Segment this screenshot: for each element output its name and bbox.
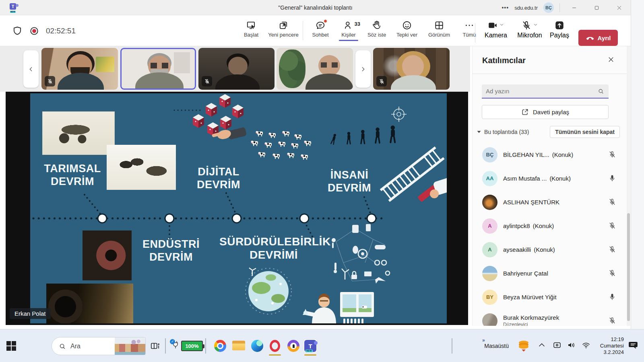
taskbar-app-opera[interactable] bbox=[268, 339, 282, 353]
windows-logo-icon bbox=[6, 340, 17, 352]
video-tile[interactable] bbox=[198, 48, 275, 90]
chat-button[interactable]: Sohbet bbox=[308, 19, 333, 38]
participant-row[interactable]: Burak Korkmazyürek Düzenleyici bbox=[473, 309, 627, 326]
mic-off-icon[interactable] bbox=[608, 198, 617, 207]
start-button[interactable] bbox=[6, 329, 17, 362]
maximize-button[interactable] bbox=[588, 0, 605, 15]
show-hidden-icons-chevron[interactable] bbox=[537, 340, 547, 352]
start-share-button[interactable]: Başlat bbox=[237, 19, 266, 38]
slide-artwork bbox=[30, 93, 447, 323]
panel-close-button[interactable] bbox=[607, 56, 616, 65]
mic-off-icon[interactable] bbox=[608, 317, 617, 325]
taskbar-clock[interactable]: 12:19 Cumartesi 3.2.2024 bbox=[596, 336, 624, 356]
minimize-button[interactable] bbox=[566, 0, 582, 15]
taskbar-search[interactable] bbox=[52, 337, 146, 355]
search-highlight-image[interactable] bbox=[115, 337, 145, 355]
participants-list: BÇ BİLGEHAN YIL... (Konuk) AA Asım Musta… bbox=[473, 143, 627, 326]
mic-off-icon bbox=[521, 20, 532, 31]
slide-label-endustri: ENDÜSTRİDEVRİM bbox=[131, 238, 211, 264]
participant-row[interactable]: ASLIHAN ŞENTÜRK bbox=[473, 190, 627, 214]
teams-window: T NEW "General" kanalındaki toplantı •••… bbox=[0, 0, 631, 329]
window-menu-button[interactable]: ••• bbox=[502, 4, 509, 11]
speaker-icon[interactable] bbox=[567, 340, 576, 352]
teams-new-badge: NEW bbox=[10, 11, 16, 13]
taskbar-divider bbox=[205, 338, 206, 354]
taskbar-app-browser-shield[interactable] bbox=[287, 339, 300, 353]
participant-row[interactable]: A aylintpck8 (Konuk) bbox=[473, 214, 627, 238]
mic-options-chevron[interactable] bbox=[533, 22, 538, 29]
participant-row[interactable]: BÇ BİLGEHAN YIL... (Konuk) bbox=[473, 143, 627, 167]
close-button[interactable] bbox=[611, 0, 627, 15]
search-icon bbox=[597, 88, 605, 95]
screen-cast-icon[interactable] bbox=[552, 340, 562, 352]
account-avatar[interactable]: BÇ bbox=[543, 2, 554, 13]
share-invite-button[interactable]: Daveti paylaş bbox=[482, 105, 609, 119]
wifi-icon[interactable] bbox=[581, 340, 591, 352]
grid-view-icon bbox=[434, 20, 444, 31]
taskbar-search-input[interactable] bbox=[70, 343, 115, 350]
notification-center-icon[interactable] bbox=[628, 340, 638, 352]
participant-row[interactable]: A ayseaakilli (Konuk) bbox=[473, 238, 627, 261]
participants-search-input[interactable] bbox=[482, 88, 597, 95]
avatar: AA bbox=[482, 171, 497, 186]
battery-widget[interactable]: ✓ 100% bbox=[171, 340, 203, 352]
taskbar-app-chrome[interactable] bbox=[213, 339, 227, 353]
share-screen-icon bbox=[554, 20, 565, 31]
chevron-left-icon bbox=[28, 66, 34, 72]
strip-next-button[interactable] bbox=[355, 50, 371, 88]
camera-button[interactable]: Kamera bbox=[480, 19, 512, 39]
new-window-button[interactable]: Yeni pencere bbox=[269, 19, 298, 38]
mute-all-button[interactable]: Tümünün sesini kapat bbox=[550, 126, 620, 138]
taskbar-app-teams[interactable]: TNEW bbox=[303, 339, 317, 353]
raise-hand-button[interactable]: Söz iste bbox=[364, 19, 389, 38]
video-tile-active-speaker[interactable] bbox=[120, 48, 196, 90]
hangup-icon bbox=[586, 33, 594, 42]
leave-button[interactable]: Ayrıl bbox=[578, 30, 618, 46]
camera-options-chevron[interactable] bbox=[499, 22, 504, 29]
mic-button[interactable]: Mikrofon bbox=[514, 19, 546, 39]
task-view-button[interactable] bbox=[150, 329, 160, 362]
share-button[interactable]: Paylaş bbox=[547, 19, 572, 39]
present-screen-icon bbox=[246, 20, 256, 31]
participant-row[interactable]: Bahriyenur Çatal bbox=[473, 261, 627, 285]
teams-icon: TNEW bbox=[304, 340, 316, 352]
mic-off-icon[interactable] bbox=[608, 245, 617, 254]
mic-on-icon[interactable] bbox=[608, 174, 617, 183]
shared-screen-region: TARIMSALDEVRİM DİJİTALDEVRİM İNSANİDEVRİ… bbox=[6, 92, 468, 325]
chrome-icon bbox=[214, 340, 226, 352]
strip-prev-button[interactable] bbox=[23, 50, 39, 88]
more-button[interactable]: Tümü bbox=[457, 19, 482, 38]
people-active-underline bbox=[339, 40, 358, 41]
chevron-right-icon bbox=[360, 66, 366, 72]
scrollbar[interactable] bbox=[627, 46, 630, 326]
mic-off-icon[interactable] bbox=[608, 150, 617, 159]
shield-browser-icon bbox=[287, 340, 299, 352]
participant-row[interactable]: BY Beyza Mürüvet Yiğit bbox=[473, 285, 627, 309]
mic-off-icon[interactable] bbox=[608, 269, 617, 278]
participant-row[interactable]: AA Asım Mustafa ... (Konuk) bbox=[473, 167, 627, 190]
react-button[interactable]: Tepki ver bbox=[392, 19, 421, 38]
people-button[interactable]: 33 Kişiler bbox=[336, 19, 361, 38]
participants-search[interactable] bbox=[482, 84, 609, 99]
meeting-toolbar: 02:52:51 Başlat Yeni pencere Sohbet bbox=[0, 15, 631, 46]
avatar-photo bbox=[482, 266, 497, 281]
taskbar-app-edge[interactable] bbox=[250, 339, 264, 353]
view-button[interactable]: Görünüm bbox=[425, 19, 454, 38]
video-tile[interactable] bbox=[373, 48, 450, 90]
avatar-photo bbox=[482, 195, 497, 210]
scrollbar-thumb[interactable] bbox=[627, 213, 630, 321]
battery-level: 100% bbox=[181, 341, 203, 351]
taskbar-app-explorer[interactable] bbox=[232, 339, 246, 353]
avatar: BÇ bbox=[482, 147, 497, 162]
section-in-this-meeting[interactable]: Bu toplantıda (33) bbox=[477, 129, 529, 135]
tray-app-icon[interactable] bbox=[518, 339, 530, 352]
presenter-name-label: Erkan Polat bbox=[10, 308, 51, 319]
mic-on-icon[interactable] bbox=[608, 293, 617, 302]
mic-off-icon[interactable] bbox=[608, 222, 617, 230]
video-tile[interactable] bbox=[277, 48, 353, 90]
avatar: BY bbox=[482, 290, 497, 305]
desktop-label[interactable]: Masaüstü bbox=[484, 343, 509, 349]
video-tile[interactable] bbox=[41, 48, 118, 90]
avatar-photo bbox=[482, 313, 497, 326]
task-view-icon bbox=[150, 341, 160, 351]
